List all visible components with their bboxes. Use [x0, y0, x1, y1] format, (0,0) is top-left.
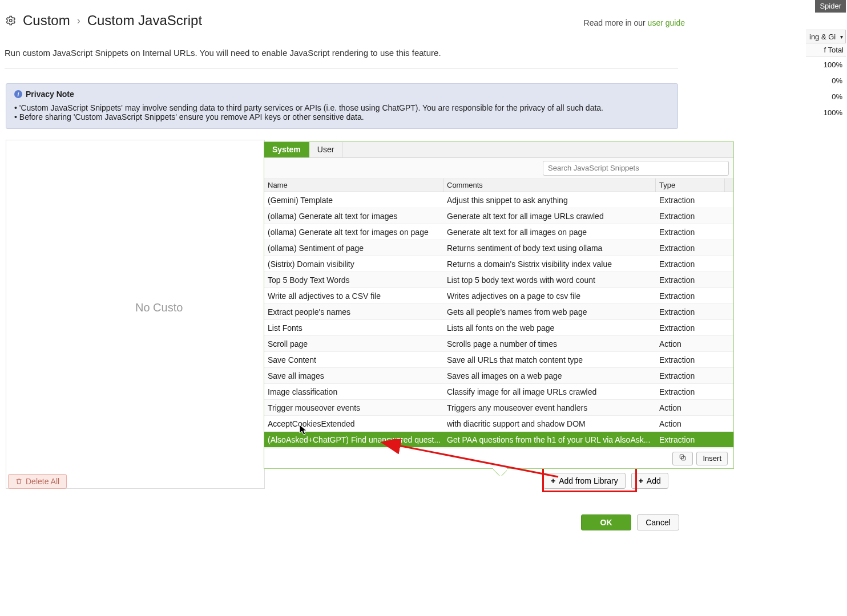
table-row[interactable]: Image classificationClassify image for a… — [264, 384, 733, 400]
background-app-strip: Spider ing & Gi ▾ f Total 100% 0% 0% 100… — [806, 0, 847, 616]
user-guide-link[interactable]: user guide — [648, 18, 685, 27]
privacy-bullet-text: 'Custom JavaScript Snippets' may involve… — [19, 103, 603, 112]
empty-state-text: No Custo — [135, 301, 183, 314]
cell-type: Extraction — [656, 291, 724, 301]
tab-system[interactable]: System — [264, 142, 309, 157]
cell-name: Trigger mouseover events — [264, 403, 443, 412]
cell-comments: Gets all people's names from web page — [443, 307, 656, 317]
table-row[interactable]: (ollama) Generate alt text for images on… — [264, 224, 733, 240]
cell-comments: Saves all images on a web page — [443, 371, 656, 380]
snippets-list-panel: No Custo — [6, 140, 265, 489]
privacy-bullet: • 'Custom JavaScript Snippets' may invol… — [14, 103, 669, 112]
cell-type: Extraction — [656, 387, 724, 396]
cell-type: Extraction — [656, 275, 724, 285]
privacy-bullet-text: Before sharing 'Custom JavaScript Snippe… — [19, 112, 364, 121]
table-row[interactable]: (Sistrix) Domain visibilityReturns a dom… — [264, 256, 733, 272]
privacy-bullet: • Before sharing 'Custom JavaScript Snip… — [14, 112, 669, 121]
copy-button[interactable] — [672, 452, 693, 465]
bg-column-header: f Total — [806, 43, 846, 57]
cell-type: Action — [656, 419, 724, 428]
svg-point-0 — [10, 19, 13, 22]
add-from-library-label: Add from Library — [559, 476, 618, 485]
table-row[interactable]: Save all imagesSaves all images on a web… — [264, 368, 733, 384]
divider — [5, 68, 678, 69]
cell-type: Extraction — [656, 196, 724, 205]
cell-comments: Returns sentiment of body text using oll… — [443, 244, 656, 253]
cell-type: Extraction — [656, 355, 724, 364]
cell-type: Extraction — [656, 260, 724, 269]
cell-name: (Sistrix) Domain visibility — [264, 260, 443, 269]
cell-name: (ollama) Sentiment of page — [264, 244, 443, 253]
cell-name: Image classification — [264, 387, 443, 396]
cell-type: Extraction — [656, 435, 724, 444]
table-row[interactable]: List FontsLists all fonts on the web pag… — [264, 320, 733, 336]
bg-dropdown-label: ing & Gi — [809, 33, 836, 41]
cell-name: Save all images — [264, 371, 443, 380]
cancel-button[interactable]: Cancel — [637, 514, 679, 530]
cell-comments: Get PAA questions from the h1 of your UR… — [443, 435, 656, 444]
cell-name: AcceptCookiesExtended — [264, 419, 443, 428]
bg-value: 100% — [806, 105, 846, 121]
bg-value: 0% — [806, 73, 846, 89]
table-row[interactable]: (Gemini) TemplateAdjust this snippet to … — [264, 192, 733, 208]
cell-comments: Save all URLs that match content type — [443, 355, 656, 364]
delete-all-label: Delete All — [26, 477, 59, 486]
breadcrumb-section: Custom — [23, 13, 70, 29]
table-row[interactable]: Write all adjectives to a CSV fileWrites… — [264, 288, 733, 304]
search-input[interactable] — [543, 161, 729, 176]
privacy-note: i Privacy Note • 'Custom JavaScript Snip… — [6, 83, 678, 129]
cell-comments: with diacritic support and shadow DOM — [443, 419, 656, 428]
table-row[interactable]: AcceptCookiesExtendedwith diacritic supp… — [264, 416, 733, 432]
cell-name: List Fonts — [264, 323, 443, 333]
delete-all-button[interactable]: Delete All — [8, 474, 67, 489]
table-body: (Gemini) TemplateAdjust this snippet to … — [264, 192, 733, 448]
cell-comments: Triggers any mouseover event handlers — [443, 403, 656, 412]
add-from-library-button[interactable]: + Add from Library — [543, 473, 626, 489]
table-row[interactable]: Top 5 Body Text WordsList top 5 body tex… — [264, 272, 733, 288]
cell-comments: Writes adjectives on a page to csv file — [443, 291, 656, 301]
col-type[interactable]: Type — [656, 179, 724, 192]
cell-type: Extraction — [656, 244, 724, 253]
insert-button[interactable]: Insert — [696, 452, 728, 465]
cell-comments: Scrolls page a number of times — [443, 339, 656, 348]
table-row[interactable]: Save ContentSave all URLs that match con… — [264, 352, 733, 368]
cell-comments: Classify image for all image URLs crawle… — [443, 387, 656, 396]
page-title: Custom JavaScript — [87, 13, 202, 29]
chevron-down-icon: ▾ — [840, 34, 843, 40]
col-comments[interactable]: Comments — [443, 179, 656, 192]
table-header: Name Comments Type — [264, 179, 733, 192]
ok-button[interactable]: OK — [581, 514, 631, 530]
breadcrumb-separator: › — [77, 15, 80, 27]
plus-icon: + — [639, 476, 643, 485]
cell-name: (ollama) Generate alt text for images on… — [264, 228, 443, 237]
table-row[interactable]: (ollama) Sentiment of pageReturns sentim… — [264, 240, 733, 256]
bg-dropdown[interactable]: ing & Gi ▾ — [806, 30, 846, 43]
cell-name: Top 5 Body Text Words — [264, 275, 443, 285]
cell-comments: Generate alt text for all image URLs cra… — [443, 212, 656, 221]
table-row[interactable]: (AlsoAsked+ChatGPT) Find unanswered ques… — [264, 432, 733, 448]
settings-icon — [5, 15, 16, 26]
plus-icon: + — [551, 476, 555, 485]
bg-column-values: 100% 0% 0% 100% — [806, 57, 846, 121]
cell-type: Extraction — [656, 307, 724, 317]
info-icon: i — [14, 90, 22, 98]
table-row[interactable]: Trigger mouseover eventsTriggers any mou… — [264, 400, 733, 416]
privacy-title: Privacy Note — [26, 90, 74, 99]
add-button[interactable]: + Add — [631, 473, 668, 489]
cell-name: (AlsoAsked+ChatGPT) Find unanswered ques… — [264, 435, 443, 444]
read-more: Read more in our user guide — [584, 18, 685, 27]
cell-type: Action — [656, 403, 724, 412]
table-row[interactable]: (ollama) Generate alt text for imagesGen… — [264, 208, 733, 224]
col-name[interactable]: Name — [264, 179, 443, 192]
trash-icon — [15, 478, 22, 485]
cell-name: Save Content — [264, 355, 443, 364]
table-row[interactable]: Scroll pageScrolls page a number of time… — [264, 336, 733, 352]
cell-type: Extraction — [656, 228, 724, 237]
cell-type: Extraction — [656, 371, 724, 380]
read-more-prefix: Read more in our — [584, 18, 648, 27]
cell-comments: Lists all fonts on the web page — [443, 323, 656, 333]
table-row[interactable]: Extract people's namesGets all people's … — [264, 304, 733, 320]
tab-user[interactable]: User — [309, 142, 343, 157]
snippet-library-panel: System User Name Comments Type (Gemini) … — [264, 141, 734, 469]
cell-comments: Returns a domain's Sistrix visibility in… — [443, 260, 656, 269]
